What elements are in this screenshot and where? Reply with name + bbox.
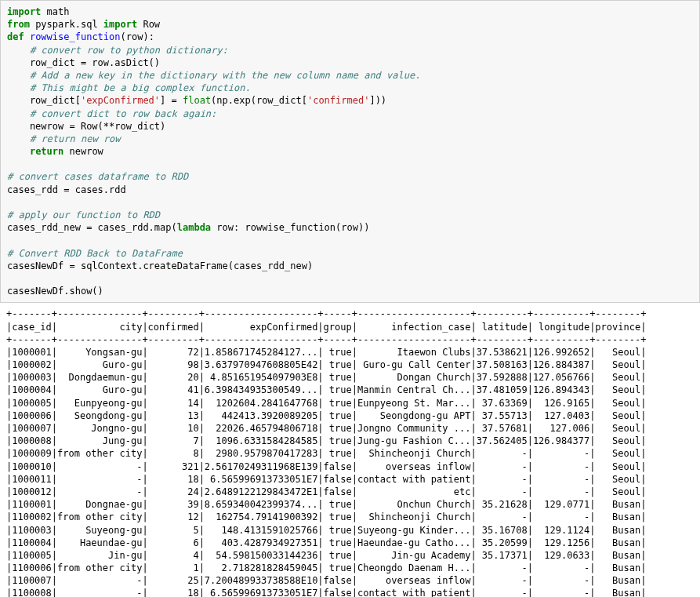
builtin-float: float	[183, 95, 211, 106]
comment: # return new row	[30, 133, 121, 144]
return-value: newrow	[63, 146, 103, 157]
code-line: row: rowwise_function(row))	[211, 222, 369, 233]
comment: # This might be a big complex function.	[30, 82, 251, 93]
code-line: cases_rdd = cases.rdd	[7, 184, 126, 195]
code-line: row_dict = row.asDict()	[7, 57, 160, 68]
code-line: casesNewDf.show()	[7, 286, 103, 297]
keyword-lambda: lambda	[177, 222, 211, 233]
code-cell: import math from pyspark.sql import Row …	[0, 0, 700, 303]
operator-star: **	[103, 121, 114, 132]
code-line: casesNewDf = sqlContext.createDataFrame(…	[7, 260, 313, 271]
function-name: rowwise_function	[24, 31, 121, 42]
code-line: cases_rdd_new = cases_rdd.map(	[7, 222, 177, 233]
keyword-import: import	[103, 19, 137, 30]
comment: # Add a new key in the dictionary with t…	[30, 70, 421, 81]
comment: # apply our function to RDD	[7, 209, 160, 220]
keyword-from: from	[7, 19, 30, 30]
string-literal: 'confirmed'	[307, 95, 369, 106]
keyword-return: return	[30, 146, 63, 157]
class-row: Row	[137, 19, 160, 30]
code-line: (np.exp(row_dict[	[211, 95, 307, 106]
comment: # Convert RDD Back to DataFrame	[7, 248, 183, 259]
keyword-def: def	[7, 31, 24, 42]
code-line: newrow = Row(	[7, 121, 103, 132]
function-args: (row):	[121, 31, 154, 42]
comment: # convert cases dataframe to RDD	[7, 171, 188, 182]
code-line: row_dict[	[7, 95, 81, 106]
output-cell: +-------+---------------+---------+-----…	[0, 303, 700, 597]
module-pyspark: pyspark.sql	[30, 19, 103, 30]
keyword-import: import	[7, 6, 41, 17]
code-line: ]))	[369, 95, 386, 106]
comment: # convert row to python dictionary:	[30, 45, 228, 56]
comment: # convert dict to row back again:	[30, 108, 216, 119]
code-line: ] =	[160, 95, 183, 106]
module-math: math	[41, 6, 69, 17]
code-line: row_dict)	[114, 121, 165, 132]
string-literal: 'expConfirmed'	[81, 95, 160, 106]
